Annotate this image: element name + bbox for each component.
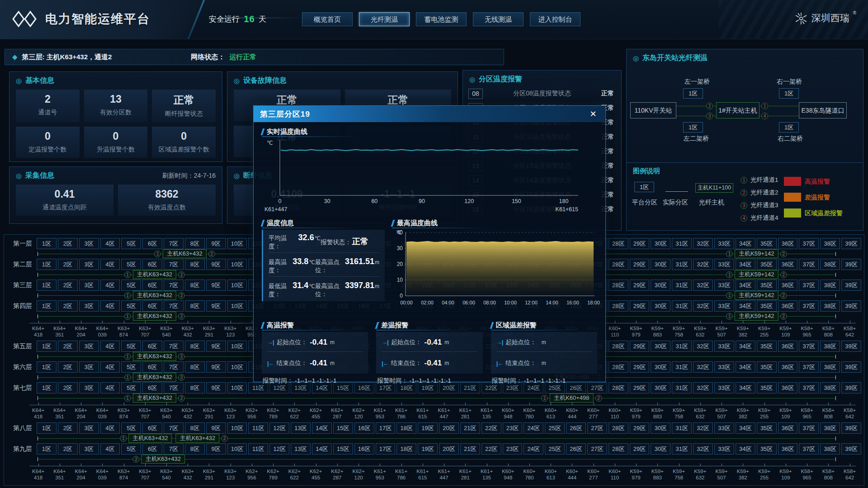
zone-box[interactable]: 7区: [164, 422, 184, 434]
zone-box[interactable]: 28区: [609, 341, 628, 352]
zone-box[interactable]: 32区: [693, 341, 713, 352]
zone-box[interactable]: 30区: [651, 443, 670, 455]
zone-box[interactable]: 9区: [206, 341, 226, 352]
zone-box[interactable]: 18区: [396, 422, 416, 434]
zone-box[interactable]: 32区: [693, 300, 713, 312]
zone-box[interactable]: 6区: [142, 280, 162, 291]
zone-box[interactable]: 5区: [121, 238, 141, 249]
zone-box[interactable]: 11区: [248, 422, 268, 434]
zone-box[interactable]: 26区: [566, 443, 586, 455]
zone-box[interactable]: 24区: [524, 422, 543, 434]
zone-box[interactable]: 22区: [481, 443, 501, 455]
zone-box[interactable]: 37区: [799, 422, 819, 434]
zone-box[interactable]: 38区: [820, 259, 840, 270]
zone-box[interactable]: 37区: [799, 280, 819, 291]
zone-box[interactable]: 17区: [376, 443, 396, 455]
zone-box[interactable]: 36区: [778, 443, 798, 455]
nav-battery-monitor[interactable]: 蓄电池监测: [416, 12, 467, 26]
zone-box[interactable]: 10区: [227, 300, 247, 312]
zone-box[interactable]: 33区: [714, 259, 734, 270]
zone-box[interactable]: 26区: [566, 422, 586, 434]
zone-box[interactable]: 35区: [757, 361, 777, 373]
zone-box[interactable]: 3区: [79, 443, 99, 455]
zone-box[interactable]: 3区: [79, 238, 99, 249]
zone-box[interactable]: 35区: [757, 443, 777, 455]
zone-box[interactable]: 8区: [185, 300, 205, 312]
zone-box[interactable]: 2区: [58, 361, 78, 373]
nav-home[interactable]: 概览首页: [302, 12, 353, 26]
zone-box[interactable]: 30区: [651, 259, 670, 270]
zone-box[interactable]: 5区: [121, 300, 141, 312]
nav-wireless-temp[interactable]: 无线测温: [473, 12, 524, 26]
zone-box[interactable]: 2区: [58, 382, 78, 393]
zone-box[interactable]: 31区: [672, 382, 692, 393]
zone-box[interactable]: 23区: [503, 443, 523, 455]
zone-box[interactable]: 25区: [545, 443, 565, 455]
zone-box[interactable]: 36区: [778, 341, 798, 352]
zone-box[interactable]: 2区: [58, 443, 78, 455]
zone-box[interactable]: 4区: [100, 382, 120, 393]
zone-box[interactable]: 38区: [820, 382, 840, 393]
zone-box[interactable]: 29区: [630, 300, 650, 312]
zone-box[interactable]: 30区: [651, 382, 670, 393]
zone-box[interactable]: 8区: [185, 259, 205, 270]
zone-box[interactable]: 4区: [100, 280, 120, 291]
zone-box[interactable]: 1区: [37, 382, 57, 393]
zone-box[interactable]: 28区: [609, 422, 628, 434]
zone-box[interactable]: 36区: [778, 238, 798, 249]
zone-box[interactable]: 37区: [799, 238, 819, 249]
zone-box[interactable]: 28区: [609, 443, 628, 455]
zone-box[interactable]: 6区: [142, 259, 162, 270]
zone-box[interactable]: 33区: [714, 382, 734, 393]
zone-box[interactable]: 10区: [227, 361, 247, 373]
zone-box[interactable]: 32区: [693, 259, 713, 270]
zone-box[interactable]: 29区: [630, 443, 650, 455]
zone-box[interactable]: 14区: [312, 422, 332, 434]
zone-box[interactable]: 1区: [37, 238, 57, 249]
zone-box[interactable]: 8区: [185, 280, 205, 291]
zone-box[interactable]: 29区: [630, 238, 650, 249]
zone-box[interactable]: 38区: [820, 238, 840, 249]
zone-box[interactable]: 36区: [778, 300, 798, 312]
zone-box[interactable]: 10区: [227, 280, 247, 291]
zone-box[interactable]: 3区: [79, 341, 99, 352]
zone-box[interactable]: 5区: [121, 382, 141, 393]
zone-box[interactable]: 39区: [841, 341, 861, 352]
zone-box[interactable]: 38区: [820, 443, 840, 455]
zone-box[interactable]: 14区: [312, 443, 332, 455]
zone-box[interactable]: 30区: [651, 280, 670, 291]
zone-box[interactable]: 15区: [333, 422, 353, 434]
zone-box[interactable]: 20区: [439, 443, 459, 455]
zone-box[interactable]: 32区: [693, 361, 713, 373]
zone-box[interactable]: 36区: [778, 422, 798, 434]
zone-box[interactable]: 29区: [630, 422, 650, 434]
zone-box[interactable]: 34区: [736, 259, 755, 270]
zone-box[interactable]: 39区: [841, 361, 861, 373]
zone-box[interactable]: 31区: [672, 280, 692, 291]
zone-box[interactable]: 30区: [651, 341, 670, 352]
zone-box[interactable]: 7区: [164, 361, 184, 373]
zone-box[interactable]: 15区: [333, 443, 353, 455]
zone-box[interactable]: 7区: [164, 280, 184, 291]
zone-box[interactable]: 34区: [736, 422, 755, 434]
zone-box[interactable]: 30区: [651, 361, 670, 373]
zone-box[interactable]: 31区: [672, 300, 692, 312]
zone-box[interactable]: 1区: [37, 280, 57, 291]
zone-box[interactable]: 33区: [714, 300, 734, 312]
zone-box[interactable]: 7区: [164, 259, 184, 270]
zone-box[interactable]: 28区: [609, 361, 628, 373]
zone-box[interactable]: 6区: [142, 361, 162, 373]
zone-box[interactable]: 9区: [206, 443, 226, 455]
zone-box[interactable]: 30区: [651, 422, 670, 434]
zone-box[interactable]: 5区: [121, 443, 141, 455]
zone-box[interactable]: 4区: [100, 341, 120, 352]
zone-box[interactable]: 13区: [291, 422, 311, 434]
zone-box[interactable]: 4区: [100, 361, 120, 373]
zone-box[interactable]: 1区: [37, 443, 57, 455]
zone-box[interactable]: 6区: [142, 422, 162, 434]
zone-box[interactable]: 6区: [142, 341, 162, 352]
bridge-zone-box[interactable]: 1区: [779, 122, 799, 133]
zone-box[interactable]: 35区: [757, 341, 777, 352]
zone-box[interactable]: 8区: [185, 341, 205, 352]
zone-box[interactable]: 5区: [121, 422, 141, 434]
